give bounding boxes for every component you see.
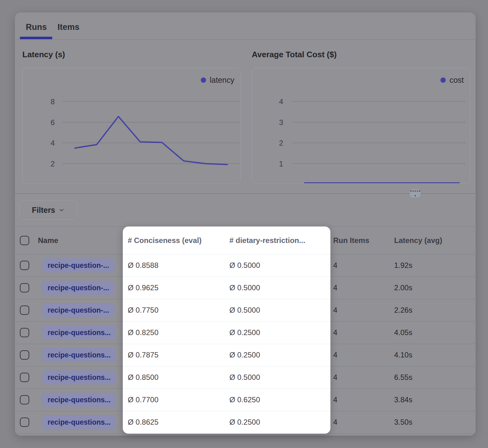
cost-line-chart: 4321 [252,68,470,183]
latency-line-chart: 8642 [23,68,240,183]
table-row: recipe-questions... Ø 0.8625 Ø 0.2500 4 … [15,411,476,433]
svg-text:2: 2 [51,160,55,168]
resize-drag-handle-icon[interactable] [410,189,421,198]
active-tab-indicator [20,37,52,39]
row-checkbox[interactable] [20,328,29,337]
cost-chart-title: Average Total Cost ($) [252,50,337,59]
dietary-value: Ø 0.5000 [229,306,260,315]
run-name-badge[interactable]: recipe-question-... [42,303,114,317]
filters-button-label: Filters [32,206,55,215]
dietary-value: Ø 0.2500 [229,418,260,427]
latency-legend-label: latency [210,76,234,85]
run-items-value: 4 [333,306,337,315]
row-checkbox[interactable] [20,283,29,292]
table-row: recipe-questions... Ø 0.7875 Ø 0.2500 4 … [15,344,476,366]
run-name-badge[interactable]: recipe-question-... [42,281,114,295]
cost-chart-panel: 4321 cost [252,68,470,184]
column-header-dietary-restriction: # dietary-restriction... [229,236,305,245]
conciseness-value: Ø 0.7700 [128,395,159,404]
row-checkbox[interactable] [20,261,29,270]
table-row: recipe-question-... Ø 0.8588 Ø 0.5000 4 … [15,254,476,277]
chevron-down-icon [58,207,65,213]
column-header-latency-avg: Latency (avg) [394,236,442,245]
latency-chart-title: Latency (s) [22,50,65,59]
svg-text:3: 3 [279,118,283,127]
run-name-badge[interactable]: recipe-questions... [42,326,116,340]
dietary-value: Ø 0.2500 [229,328,260,337]
svg-text:4: 4 [279,97,283,106]
svg-text:6: 6 [51,118,55,127]
dietary-value: Ø 0.5000 [229,261,260,270]
table-row: recipe-questions... Ø 0.7700 Ø 0.6250 4 … [15,389,476,411]
latency-legend-dot-icon [201,77,206,83]
row-checkbox[interactable] [20,395,29,404]
column-header-conciseness: # Conciseness (eval) [128,236,201,245]
table-header-row: Name # Conciseness (eval) # dietary-rest… [15,226,476,254]
latency-value: 3.84s [394,395,412,404]
table-row: recipe-question-... Ø 0.7750 Ø 0.5000 4 … [15,299,476,321]
run-name-badge[interactable]: recipe-question-... [42,259,114,273]
table-row: recipe-questions... Ø 0.8500 Ø 0.5000 4 … [15,366,476,389]
tab-items[interactable]: Items [58,22,80,32]
row-checkbox[interactable] [20,373,29,382]
svg-text:1: 1 [279,160,283,168]
latency-value: 1.92s [394,261,412,270]
run-name-badge[interactable]: recipe-questions... [42,415,116,429]
run-name-badge[interactable]: recipe-questions... [42,393,116,407]
run-items-value: 4 [333,373,337,382]
run-name-badge[interactable]: recipe-questions... [42,348,116,362]
cost-legend-dot-icon [440,77,446,83]
dietary-value: Ø 0.2500 [229,351,260,359]
tabbar-divider [15,40,476,40]
latency-value: 3.50s [394,418,412,427]
conciseness-value: Ø 0.8625 [128,418,159,427]
latency-value: 2.00s [394,283,412,292]
cost-legend: cost [440,76,464,85]
column-header-name: Name [38,236,58,245]
dietary-value: Ø 0.6250 [229,395,260,404]
conciseness-value: Ø 0.8250 [128,328,159,337]
column-header-run-items: Run Items [333,236,369,245]
table-row: recipe-question-... Ø 0.9625 Ø 0.5000 4 … [15,277,476,299]
run-items-value: 4 [333,328,337,337]
latency-value: 6.55s [394,373,412,382]
cost-legend-label: cost [449,76,464,85]
run-items-value: 4 [333,395,337,404]
filters-button[interactable]: Filters [19,200,77,220]
run-name-badge[interactable]: recipe-questions... [42,371,116,385]
svg-text:4: 4 [51,139,55,147]
charts-section-divider [15,193,476,194]
runs-table: Name # Conciseness (eval) # dietary-rest… [15,226,476,434]
run-items-value: 4 [333,351,337,359]
dietary-value: Ø 0.5000 [229,373,260,382]
latency-value: 4.05s [394,328,412,337]
run-items-value: 4 [333,418,337,427]
tab-runs[interactable]: Runs [26,22,47,32]
select-all-checkbox[interactable] [20,236,29,245]
main-panel: Runs Items Latency (s) Average Total Cos… [15,12,476,436]
row-checkbox[interactable] [20,306,29,315]
table-row: recipe-questions... Ø 0.8250 Ø 0.2500 4 … [15,321,476,344]
row-checkbox[interactable] [20,418,29,427]
row-checkbox[interactable] [20,350,29,360]
dietary-value: Ø 0.5000 [229,283,260,292]
latency-chart-panel: 8642 latency [22,68,241,184]
latency-value: 4.10s [394,351,412,359]
svg-text:8: 8 [51,97,55,106]
conciseness-value: Ø 0.8588 [128,261,159,270]
latency-value: 2.26s [394,306,412,315]
run-items-value: 4 [333,283,337,292]
latency-legend: latency [201,76,234,85]
conciseness-value: Ø 0.7750 [128,306,159,315]
conciseness-value: Ø 0.9625 [128,283,159,292]
tab-bar: Runs Items [15,12,476,40]
svg-text:2: 2 [279,139,283,147]
conciseness-value: Ø 0.7875 [128,351,159,359]
conciseness-value: Ø 0.8500 [128,373,159,382]
run-items-value: 4 [333,261,337,270]
